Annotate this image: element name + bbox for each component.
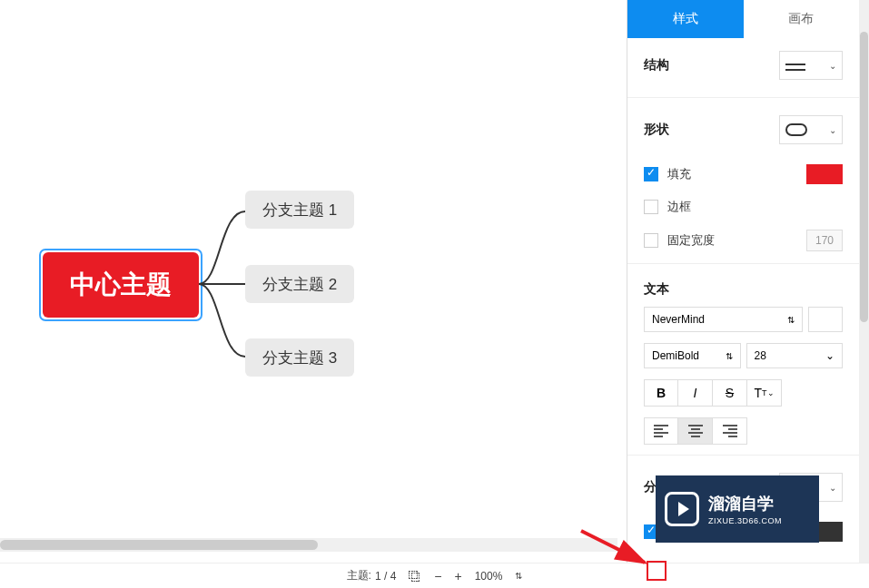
- shape-label: 形状: [644, 122, 669, 138]
- fixed-width-checkbox[interactable]: [644, 233, 658, 248]
- border-checkbox[interactable]: [644, 200, 658, 214]
- font-weight-row: DemiBold ⇅ 28 ⌄: [627, 338, 859, 374]
- align-left-button[interactable]: [644, 417, 678, 445]
- fill-color-swatch[interactable]: [806, 164, 843, 184]
- vertical-scrollbar[interactable]: [859, 0, 869, 588]
- strikethrough-button[interactable]: S: [713, 379, 747, 407]
- zoom-stepper-icon[interactable]: ⇅: [515, 571, 522, 581]
- align-center-button[interactable]: [678, 417, 713, 445]
- border-row: 边框: [627, 191, 859, 222]
- font-family-row: NeverMind ⇅: [627, 301, 859, 338]
- topic-count: 主题: 1 / 4: [347, 568, 397, 583]
- divider: [627, 263, 859, 264]
- font-weight-value: DemiBold: [652, 349, 699, 362]
- updown-icon: ⇅: [787, 315, 795, 325]
- font-family-select[interactable]: NeverMind ⇅: [644, 307, 803, 332]
- annotation-highlight-box: [647, 561, 667, 581]
- shape-icon: [785, 123, 807, 136]
- watermark-title: 溜溜自学: [708, 493, 782, 514]
- topic-count-value: 1 / 4: [375, 570, 396, 583]
- text-section: 文本: [627, 269, 859, 301]
- status-bar: 主题: 1 / 4 ⿻ − + 100% ⇅: [0, 563, 869, 588]
- chevron-down-icon: ⌄: [829, 61, 836, 71]
- shape-dropdown[interactable]: ⌄: [779, 115, 843, 144]
- mindmap-canvas[interactable]: 中心主题 分支主题 1 分支主题 2 分支主题 3: [0, 0, 617, 552]
- sidebar-tabs: 样式 画布: [627, 0, 859, 38]
- topic-count-label: 主题:: [347, 568, 371, 583]
- structure-icon: [785, 59, 805, 72]
- text-label: 文本: [644, 281, 669, 298]
- divider: [627, 455, 859, 456]
- font-family-value: NeverMind: [652, 313, 705, 326]
- fixed-width-row: 固定宽度: [627, 222, 859, 259]
- font-color-swatch[interactable]: [808, 307, 843, 332]
- map-icon[interactable]: ⿻: [409, 569, 421, 583]
- structure-label: 结构: [644, 57, 669, 74]
- tab-canvas[interactable]: 画布: [744, 0, 860, 38]
- text-case-button[interactable]: TT ⌄: [747, 379, 782, 407]
- structure-dropdown[interactable]: ⌄: [779, 51, 843, 80]
- fill-label: 填充: [667, 166, 691, 182]
- branch-topic-node[interactable]: 分支主题 2: [245, 265, 354, 303]
- zoom-out-button[interactable]: −: [434, 569, 441, 583]
- divider: [627, 97, 859, 98]
- text-format-group: B I S TT ⌄: [627, 374, 859, 412]
- horizontal-scrollbar[interactable]: [0, 538, 617, 552]
- fill-row: 填充: [627, 157, 859, 191]
- bold-button[interactable]: B: [644, 379, 678, 407]
- watermark-logo: 溜溜自学 ZIXUE.3D66.COM: [656, 475, 819, 543]
- center-topic-node[interactable]: 中心主题: [43, 252, 199, 318]
- chevron-down-icon: ⌄: [829, 483, 836, 493]
- structure-row: 结构 ⌄: [627, 38, 859, 93]
- align-right-button[interactable]: [713, 417, 747, 445]
- font-size-value: 28: [755, 349, 766, 362]
- border-label: 边框: [667, 199, 691, 215]
- zoom-value: 100%: [475, 570, 503, 583]
- chevron-down-icon: ⌄: [829, 125, 836, 135]
- font-weight-select[interactable]: DemiBold ⇅: [644, 343, 741, 368]
- chevron-down-icon: ⌄: [825, 349, 834, 362]
- fill-checkbox[interactable]: [644, 167, 658, 181]
- font-size-select[interactable]: 28 ⌄: [746, 343, 844, 368]
- play-icon: [665, 492, 699, 526]
- zoom-in-button[interactable]: +: [455, 569, 462, 583]
- text-align-group: [627, 412, 859, 450]
- tab-style[interactable]: 样式: [627, 0, 744, 38]
- branch-topic-node[interactable]: 分支主题 1: [245, 191, 354, 229]
- updown-icon: ⇅: [726, 351, 733, 361]
- shape-row: 形状 ⌄: [627, 103, 859, 157]
- italic-button[interactable]: I: [678, 379, 713, 407]
- watermark-sub: ZIXUE.3D66.COM: [708, 516, 782, 525]
- fixed-width-input[interactable]: [806, 230, 843, 251]
- branch-topic-node[interactable]: 分支主题 3: [245, 338, 354, 377]
- fixed-width-label: 固定宽度: [667, 232, 715, 249]
